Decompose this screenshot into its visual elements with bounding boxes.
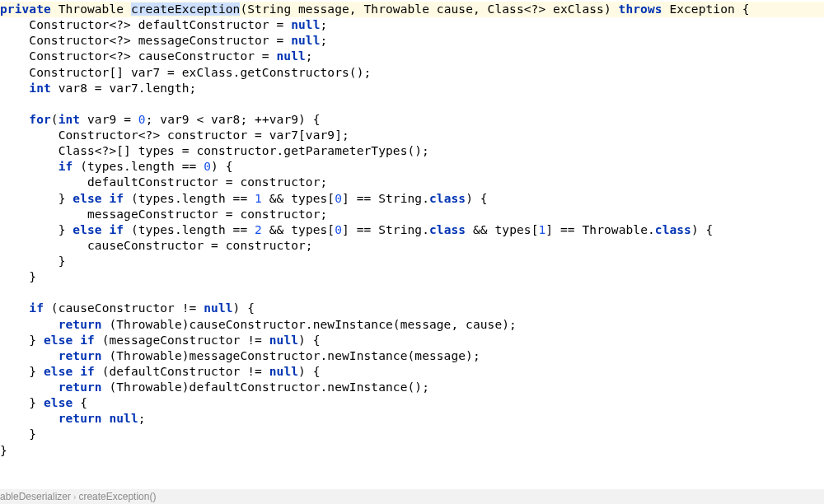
kw-throws: throws	[619, 2, 662, 16]
chevron-right-icon: ›	[71, 492, 78, 502]
breadcrumb-item-method[interactable]: createException()	[78, 491, 156, 502]
breadcrumb-item-class[interactable]: ableDeserializer	[0, 491, 71, 502]
kw-private: private	[0, 2, 51, 16]
method-name-selected: createException	[131, 2, 240, 16]
breadcrumb[interactable]: ableDeserializer › createException()	[0, 489, 824, 504]
method-signature-line: private Throwable createException(String…	[0, 2, 824, 17]
code-block: private Throwable createException(String…	[0, 2, 824, 459]
code-editor[interactable]: private Throwable createException(String…	[0, 0, 824, 489]
